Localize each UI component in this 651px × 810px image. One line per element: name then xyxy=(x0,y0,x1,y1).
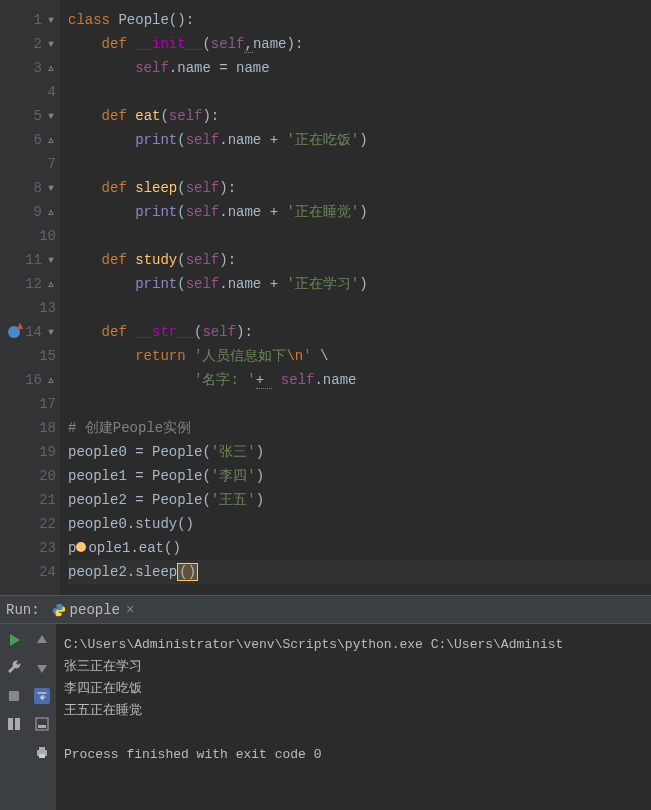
stop-icon[interactable] xyxy=(6,688,22,704)
code-line[interactable] xyxy=(68,152,651,176)
up-arrow-icon[interactable] xyxy=(34,632,50,648)
gutter-row: 1▾ xyxy=(0,8,60,32)
gutter-row: 2▾ xyxy=(0,32,60,56)
line-number: 15 xyxy=(38,344,56,368)
svg-rect-7 xyxy=(39,754,45,758)
line-number: 12 xyxy=(24,272,42,296)
fold-end-icon[interactable]: ▵ xyxy=(46,207,56,217)
line-number: 18 xyxy=(38,416,56,440)
code-line[interactable]: print(self.name + '正在学习') xyxy=(68,272,651,296)
code-line[interactable] xyxy=(68,392,651,416)
scroll-end-icon[interactable] xyxy=(34,716,50,732)
wrench-icon[interactable] xyxy=(6,660,22,676)
code-line[interactable]: class People(): xyxy=(68,8,651,32)
fold-icon[interactable]: ▾ xyxy=(46,255,56,265)
close-icon[interactable]: × xyxy=(126,602,134,618)
code-line[interactable]: self.name = name xyxy=(68,56,651,80)
code-line[interactable]: pople1.eat() xyxy=(68,536,651,560)
svg-rect-1 xyxy=(8,718,13,730)
svg-rect-3 xyxy=(36,718,48,730)
gutter-row: 24 xyxy=(0,560,60,584)
fold-icon[interactable]: ▾ xyxy=(46,183,56,193)
output-line: 王五正在睡觉 xyxy=(64,703,142,718)
code-line[interactable] xyxy=(68,224,651,248)
line-number: 4 xyxy=(38,80,56,104)
code-line[interactable] xyxy=(68,80,651,104)
line-number: 16 xyxy=(24,368,42,392)
run-tab[interactable]: people × xyxy=(48,600,139,620)
code-line[interactable]: def sleep(self): xyxy=(68,176,651,200)
gutter-row: 21 xyxy=(0,488,60,512)
line-number: 20 xyxy=(38,464,56,488)
code-line[interactable]: def study(self): xyxy=(68,248,651,272)
code-area[interactable]: class People(): def __init__(self,name):… xyxy=(60,0,651,595)
intention-bulb-icon[interactable] xyxy=(76,542,86,552)
rerun-icon[interactable] xyxy=(6,632,22,648)
run-header: Run: people × xyxy=(0,596,651,624)
code-line[interactable]: def __init__(self,name): xyxy=(68,32,651,56)
fold-end-icon[interactable]: ▵ xyxy=(46,135,56,145)
print-icon[interactable] xyxy=(34,744,50,760)
code-line[interactable]: print(self.name + '正在吃饭') xyxy=(68,128,651,152)
fold-end-icon[interactable]: ▵ xyxy=(46,279,56,289)
gutter-row: 19 xyxy=(0,440,60,464)
gutter-row: 16▵ xyxy=(0,368,60,392)
gutter-row: 11▾ xyxy=(0,248,60,272)
code-line[interactable]: people2 = People('王五') xyxy=(68,488,651,512)
caret: () xyxy=(177,563,198,581)
fold-icon[interactable]: ▾ xyxy=(46,15,56,25)
svg-rect-2 xyxy=(15,718,20,730)
output-command: C:\Users\Administrator\venv\Scripts\pyth… xyxy=(64,637,563,652)
line-number: 13 xyxy=(38,296,56,320)
code-line[interactable]: def __str__(self): xyxy=(68,320,651,344)
run-toolbar-secondary xyxy=(28,624,56,810)
code-line[interactable] xyxy=(68,296,651,320)
code-line[interactable]: people0.study() xyxy=(68,512,651,536)
code-line[interactable]: # 创建People实例 xyxy=(68,416,651,440)
run-body: C:\Users\Administrator\venv\Scripts\pyth… xyxy=(0,624,651,810)
line-number: 22 xyxy=(38,512,56,536)
line-number: 14 xyxy=(24,320,42,344)
line-number: 17 xyxy=(38,392,56,416)
fold-icon[interactable]: ▾ xyxy=(46,327,56,337)
line-number: 19 xyxy=(38,440,56,464)
gutter-row: 7 xyxy=(0,152,60,176)
fold-end-icon[interactable]: ▵ xyxy=(46,63,56,73)
soft-wrap-icon[interactable] xyxy=(34,688,50,704)
code-line[interactable]: return '人员信息如下\n' \ xyxy=(68,344,651,368)
run-output[interactable]: C:\Users\Administrator\venv\Scripts\pyth… xyxy=(56,624,651,810)
gutter-row: 10 xyxy=(0,224,60,248)
gutter-row: 23 xyxy=(0,536,60,560)
output-line: 张三正在学习 xyxy=(64,659,142,674)
gutter-row: 3▵ xyxy=(0,56,60,80)
code-line[interactable]: people1 = People('李四') xyxy=(68,464,651,488)
run-label: Run: xyxy=(6,602,40,618)
code-line[interactable]: print(self.name + '正在睡觉') xyxy=(68,200,651,224)
line-number: 8 xyxy=(24,176,42,200)
code-line[interactable]: people0 = People('张三') xyxy=(68,440,651,464)
fold-icon[interactable]: ▾ xyxy=(46,111,56,121)
gutter-row: 6▵ xyxy=(0,128,60,152)
line-number: 24 xyxy=(38,560,56,584)
run-panel: Run: people × C:\Users\Administrator\ven… xyxy=(0,595,651,810)
gutter-row: 4 xyxy=(0,80,60,104)
code-line[interactable]: '名字: '+ self.name xyxy=(68,368,651,392)
fold-icon[interactable]: ▾ xyxy=(46,39,56,49)
fold-end-icon[interactable]: ▵ xyxy=(46,375,56,385)
line-number: 10 xyxy=(38,224,56,248)
code-line[interactable]: def eat(self): xyxy=(68,104,651,128)
gutter-row: 18 xyxy=(0,416,60,440)
gutter-row: 14▾ xyxy=(0,320,60,344)
down-arrow-icon[interactable] xyxy=(34,660,50,676)
output-line: 李四正在吃饭 xyxy=(64,681,142,696)
gutter-row: 17 xyxy=(0,392,60,416)
layout-icon[interactable] xyxy=(6,716,22,732)
python-icon xyxy=(52,603,66,617)
gutter-row: 15 xyxy=(0,344,60,368)
line-number: 5 xyxy=(24,104,42,128)
code-line-current[interactable]: people2.sleep() xyxy=(68,560,651,584)
line-number: 6 xyxy=(24,128,42,152)
override-icon[interactable] xyxy=(8,326,20,338)
line-number: 3 xyxy=(24,56,42,80)
gutter-row: 9▵ xyxy=(0,200,60,224)
